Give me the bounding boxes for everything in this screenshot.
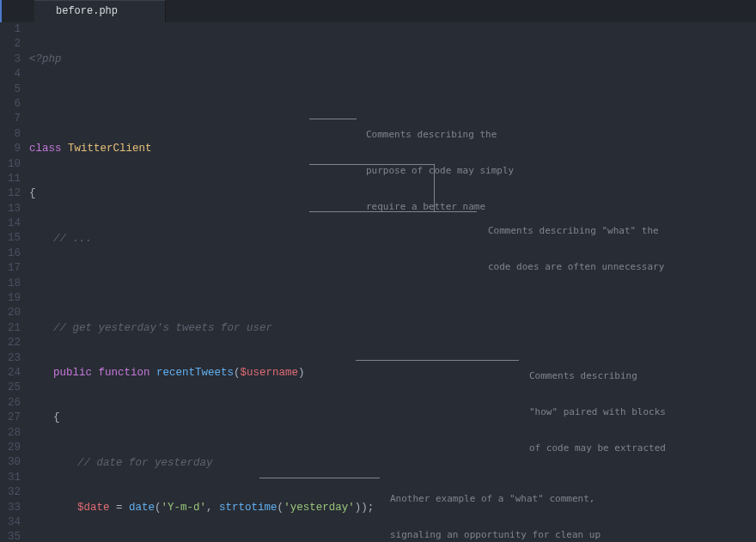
comment-purpose: // get yesterday's tweets for user (53, 322, 272, 334)
code-area[interactable]: <?php class TwitterClient { // ... // ge… (29, 22, 756, 542)
annotation-what: Comments describing "what" the code does… (488, 201, 664, 297)
tab-bar: before.php (0, 0, 756, 22)
connector-line (259, 478, 380, 478)
connector-line (356, 360, 519, 361)
annotation-how: Comments describing "how" paired with bl… (529, 346, 666, 478)
annotation-what-2: Another example of a "what" comment, sig… (390, 469, 601, 542)
active-tab-marker (0, 0, 2, 22)
line-number-gutter: 1234567891011121314151617181920212223242… (0, 22, 29, 542)
php-open-tag: <?php (29, 53, 62, 65)
connector-line (309, 211, 477, 212)
comment-what-1: // date for yesterday (77, 457, 213, 469)
connector-line (309, 119, 357, 119)
connector-line (434, 164, 435, 211)
connector-line (309, 164, 434, 165)
tab-filename: before.php (56, 4, 118, 19)
code-editor[interactable]: 1234567891011121314151617181920212223242… (0, 22, 756, 542)
file-tab[interactable]: before.php (34, 0, 166, 22)
